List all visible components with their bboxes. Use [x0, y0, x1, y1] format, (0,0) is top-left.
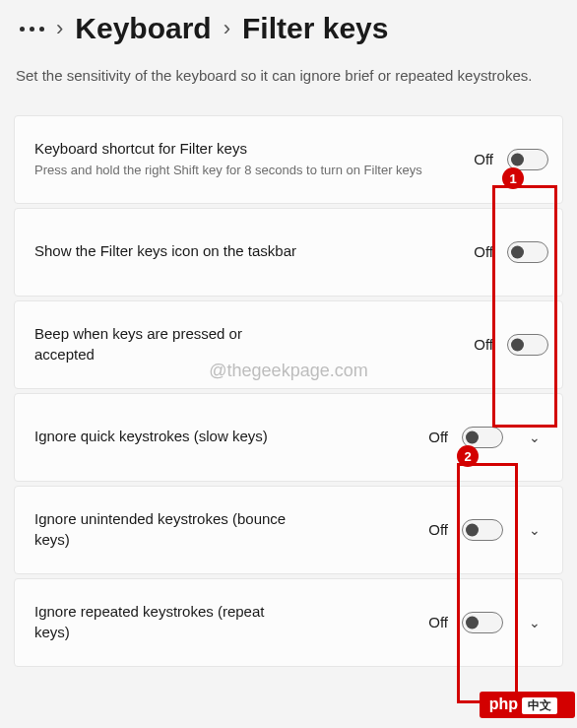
chevron-right-icon: ›: [224, 16, 230, 41]
chevron-right-icon: ›: [56, 16, 63, 41]
setting-repeat-keys: Ignore repeated keystrokes (repeat keys)…: [14, 578, 563, 667]
settings-panel: Keyboard shortcut for Filter keys Press …: [14, 115, 563, 667]
setting-subtitle: Press and hold the right Shift key for 8…: [34, 162, 454, 179]
toggle-state: Off: [474, 151, 493, 167]
toggle-switch[interactable]: [507, 241, 548, 263]
toggle-state: Off: [474, 336, 493, 353]
toggle-state: Off: [474, 243, 493, 260]
toggle-switch[interactable]: [462, 427, 503, 448]
source-badge: php中文: [480, 692, 575, 718]
toggle-state: Off: [428, 614, 448, 630]
setting-title: Ignore unintended keystrokes (bounce key…: [34, 509, 300, 550]
toggle-switch[interactable]: [507, 149, 548, 170]
page-description: Set the sensitivity of the keyboard so i…: [16, 65, 561, 88]
setting-slow-keys: Ignore quick keystrokes (slow keys) Off …: [14, 393, 563, 482]
more-icon[interactable]: [20, 27, 44, 32]
chevron-down-icon[interactable]: ⌄: [521, 430, 548, 445]
setting-keyboard-shortcut: Keyboard shortcut for Filter keys Press …: [14, 115, 563, 204]
toggle-state: Off: [428, 521, 448, 538]
chevron-down-icon[interactable]: ⌄: [521, 615, 548, 630]
setting-title: Beep when keys are pressed or accepted: [34, 324, 300, 364]
source-cn: 中文: [522, 697, 557, 714]
breadcrumb: › Keyboard › Filter keys: [14, 12, 563, 45]
breadcrumb-current: Filter keys: [242, 12, 388, 45]
setting-title: Keyboard shortcut for Filter keys: [34, 139, 454, 159]
setting-title: Show the Filter keys icon on the taskbar: [34, 241, 300, 261]
toggle-switch[interactable]: [462, 612, 503, 633]
setting-title: Ignore quick keystrokes (slow keys): [34, 427, 300, 446]
setting-beep: Beep when keys are pressed or accepted O…: [14, 300, 563, 389]
toggle-state: Off: [428, 429, 448, 445]
chevron-down-icon[interactable]: ⌄: [521, 522, 548, 538]
toggle-switch[interactable]: [507, 334, 548, 356]
setting-bounce-keys: Ignore unintended keystrokes (bounce key…: [14, 486, 563, 574]
setting-taskbar-icon: Show the Filter keys icon on the taskbar…: [14, 208, 563, 297]
setting-title: Ignore repeated keystrokes (repeat keys): [34, 602, 300, 642]
source-brand: php: [489, 695, 518, 712]
toggle-switch[interactable]: [462, 519, 503, 541]
breadcrumb-parent[interactable]: Keyboard: [75, 12, 211, 45]
